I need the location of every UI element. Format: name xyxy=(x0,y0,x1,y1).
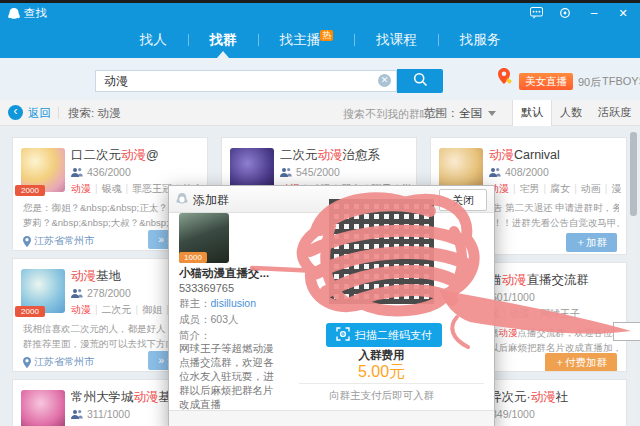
sort-tabs: 默认 人数 活跃度 xyxy=(512,100,639,126)
qr-code xyxy=(329,199,434,304)
back-arrow-icon[interactable]: ‹ xyxy=(8,105,23,120)
group-number: 533369765 xyxy=(179,282,234,294)
capacity-badge: 2000 xyxy=(15,185,45,196)
search-input[interactable] xyxy=(96,72,396,92)
group-title: 异次元·动漫社 xyxy=(489,389,622,406)
pin-icon xyxy=(23,236,31,247)
tab-find-course[interactable]: 找课程 xyxy=(355,22,438,58)
tab-find-group[interactable]: 找群 xyxy=(189,22,258,58)
tab-find-service[interactable]: 找服务 xyxy=(439,22,522,58)
member-count: 408/2000 xyxy=(489,166,549,178)
search-bar: ✕ 美女直播 90后 TFBOYS xyxy=(0,58,640,100)
scope-label: 范围： xyxy=(424,106,459,121)
settings-icon[interactable] xyxy=(558,7,572,19)
members-icon xyxy=(280,167,292,177)
member-count: 545/2000 xyxy=(280,166,340,178)
owner-row: 群主：disillusion xyxy=(179,297,256,311)
member-count: 311/1000 xyxy=(71,408,130,420)
scrollbar-track[interactable] xyxy=(630,128,637,424)
window-title: 查找 xyxy=(24,6,47,21)
join-group-button[interactable]: ＋加群 xyxy=(566,233,618,252)
active-tab-caret xyxy=(217,51,229,58)
feedback-icon[interactable] xyxy=(529,7,543,19)
sort-activity[interactable]: 活跃度 xyxy=(590,100,639,126)
live-badge-link[interactable]: 美女直播 xyxy=(519,73,573,90)
scope-select[interactable]: 全国 xyxy=(459,106,482,121)
paid-join-group-button[interactable]: ＋付费加群 xyxy=(545,353,618,372)
members-icon xyxy=(489,167,501,177)
group-location: 江苏省常州市 xyxy=(23,234,94,248)
member-count: 436/2000 xyxy=(71,166,131,178)
hot-badge: 热 xyxy=(320,30,333,41)
tooltip-fragment xyxy=(613,322,640,341)
scan-qr-icon xyxy=(336,327,350,343)
titlebar: 查找 – ✕ xyxy=(0,3,640,22)
back-button[interactable]: 返回 xyxy=(28,106,51,121)
group-tags: 动漫|宅男|腐女|动画|漫画|… xyxy=(489,182,622,196)
location-pin-icon[interactable] xyxy=(497,68,513,92)
divider xyxy=(58,107,59,119)
search-input-box xyxy=(95,70,397,92)
group-location: 江苏省常州市 xyxy=(23,355,94,369)
scrollbar-thumb[interactable] xyxy=(630,132,637,216)
group-title: 二次元动漫治愈系 xyxy=(280,147,412,164)
clear-icon[interactable]: ✕ xyxy=(378,74,391,87)
intro-text: 网球王子等超燃动漫点播交流群，欢迎各位水友入驻玩耍，进群以后麻烦把群名片改成直播 xyxy=(179,341,276,411)
close-button[interactable]: ✕ xyxy=(616,7,630,19)
hot-link-tfboys[interactable]: TFBOYS xyxy=(602,75,640,87)
members-icon xyxy=(71,409,83,419)
group-tags: 视|动漫|网球王子 xyxy=(489,307,622,321)
tab-find-streamer[interactable]: 找主播热 xyxy=(259,22,355,58)
members-icon xyxy=(71,167,83,177)
pay-note: 向群主支付后即可入群 xyxy=(289,389,474,403)
search-icon xyxy=(413,72,428,91)
tab-find-people[interactable]: 找人 xyxy=(119,22,188,58)
owner-link[interactable]: disillusion xyxy=(211,297,257,309)
minimize-button[interactable]: – xyxy=(587,7,601,19)
divider xyxy=(299,383,484,384)
dialog-title: 添加群 xyxy=(193,192,229,209)
fee-label: 入群费用 xyxy=(289,348,474,363)
chevron-down-icon xyxy=(488,111,496,116)
dialog-close-button[interactable]: 关闭 xyxy=(439,189,487,211)
scan-qr-pay-button[interactable]: 扫描二维码支付 xyxy=(326,323,442,347)
nav-tabs: 找人 找群 找主播热 找课程 找服务 xyxy=(0,22,640,58)
group-title: 口二次元动漫@ xyxy=(71,147,203,164)
search-button[interactable] xyxy=(397,69,443,93)
group-title: 动漫Carnival xyxy=(489,147,622,164)
members-icon xyxy=(71,288,83,298)
hot-link-90s[interactable]: 90后 xyxy=(578,75,601,90)
pin-icon xyxy=(23,357,31,368)
capacity-badge: 1000 xyxy=(179,252,207,263)
members-row: 成员：603人 xyxy=(179,313,239,327)
group-name: 小猫动漫直播交... xyxy=(179,266,299,281)
capacity-badge: 2000 xyxy=(15,306,45,317)
qq-penguin-icon xyxy=(176,192,188,210)
group-title: 猫动漫直播交流群 xyxy=(489,272,622,289)
fee-value: 5.00元 xyxy=(289,362,474,383)
filter-bar: ‹ 返回 搜索: 动漫 搜索不到我的群吗？ 范围： 全国 默认 人数 活跃度 xyxy=(0,100,640,126)
member-count: 278/2000 xyxy=(71,287,131,299)
dialog-footer xyxy=(169,410,494,426)
search-query-label: 搜索: 动漫 xyxy=(68,106,120,121)
group-avatar xyxy=(21,390,65,426)
add-group-dialog: 添加群 – ✕ 1000 小猫动漫直播交... 533369765 群主：dis… xyxy=(168,185,495,426)
sort-members[interactable]: 人数 xyxy=(552,100,590,126)
sort-default[interactable]: 默认 xyxy=(512,100,552,126)
